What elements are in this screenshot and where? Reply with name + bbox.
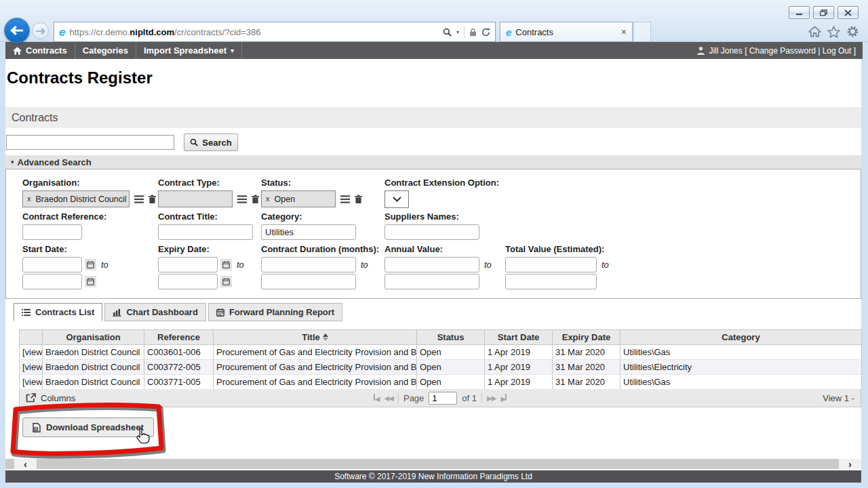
scroll-left-button[interactable]: ‹ [14, 459, 37, 469]
view-link[interactable]: [view] [20, 360, 43, 375]
table-row[interactable]: [view] Braedon District Council C003772-… [20, 360, 862, 375]
cell-organisation: Braedon District Council [43, 345, 144, 360]
calendar-icon [222, 278, 230, 285]
expiry-date-to-input[interactable] [158, 274, 218, 289]
scroll-right-button[interactable]: › [839, 459, 861, 469]
contract-extension-select[interactable] [384, 190, 409, 208]
advanced-search-label: Advanced Search [18, 157, 92, 167]
list-picker-icon[interactable] [134, 195, 144, 203]
sort-ascending-icon[interactable] [323, 333, 328, 341]
settings-gear-icon[interactable] [846, 25, 859, 38]
suppliers-input[interactable] [384, 224, 479, 240]
maximize-button[interactable] [813, 6, 834, 19]
duration-label: Contract Duration (months): [261, 244, 379, 254]
search-button-icon [190, 138, 198, 146]
user-info[interactable]: Jill Jones [ Change Password | Log Out ] [696, 46, 863, 56]
address-bar[interactable]: e https://cr.demo.nipltd.com/cr/contract… [54, 22, 496, 42]
nav-item-import-spreadsheet[interactable]: Import Spreadsheet ▾ [136, 42, 242, 59]
tab-chart-dashboard[interactable]: Chart Dashboard [104, 303, 205, 321]
search-dropdown-icon[interactable]: ▾ [456, 29, 459, 35]
quick-search-input[interactable] [6, 135, 174, 150]
contract-reference-input[interactable] [22, 224, 82, 240]
calendar-button[interactable] [220, 259, 232, 270]
pager-prev-button[interactable]: ◀◀ [384, 394, 393, 402]
tab-close-icon[interactable]: × [621, 27, 627, 37]
pager-first-button[interactable]: ◀ [374, 393, 380, 403]
search-button[interactable]: Search [184, 134, 238, 151]
calendar-button[interactable] [85, 276, 96, 287]
column-header-reference[interactable]: Reference [144, 330, 214, 345]
table-row[interactable]: [view] Braedon District Council C003601-… [20, 345, 862, 360]
filter-extension-option: Contract Extension Option: [384, 178, 499, 208]
list-picker-icon[interactable] [340, 195, 350, 203]
calendar-icon [87, 261, 94, 268]
pager-last-button[interactable]: ▶ [500, 393, 507, 403]
status-field[interactable]: x Open [261, 190, 336, 207]
column-header-status[interactable]: Status [417, 330, 485, 345]
search-icon[interactable] [443, 28, 452, 37]
cell-reference: C003601-006 [144, 345, 214, 360]
column-header-title[interactable]: Title [214, 330, 417, 345]
tab-chart-dashboard-label: Chart Dashboard [126, 307, 197, 317]
trash-icon[interactable] [355, 195, 362, 204]
trash-icon[interactable] [149, 195, 156, 204]
restore-icon [820, 9, 827, 16]
forward-arrow-icon [36, 28, 45, 35]
expiry-date-from-input[interactable] [158, 257, 218, 272]
contract-title-input[interactable] [158, 224, 253, 240]
page-of-label: of 1 [462, 393, 477, 403]
column-header-organisation[interactable]: Organisation [43, 330, 144, 345]
browser-tab[interactable]: e Contracts × [500, 22, 633, 42]
back-button[interactable] [4, 18, 30, 43]
nav-item-categories[interactable]: Categories [75, 42, 136, 59]
trash-icon[interactable] [252, 195, 259, 204]
calendar-button[interactable] [220, 276, 232, 287]
columns-button[interactable]: Columns [26, 393, 75, 403]
annual-value-to-input[interactable] [384, 274, 479, 289]
advanced-search-toggle[interactable]: ▾ Advanced Search [5, 155, 861, 169]
start-date-to-input[interactable] [22, 274, 82, 289]
start-date-from-input[interactable] [22, 257, 82, 272]
columns-button-label: Columns [41, 393, 75, 403]
horizontal-scrollbar[interactable]: ‹ › [5, 459, 861, 469]
chip-remove-icon[interactable]: x [27, 195, 31, 203]
close-button[interactable] [837, 6, 859, 19]
tab-forward-planning[interactable]: Forward Planning Report [208, 303, 342, 321]
organisation-field[interactable]: x Braedon District Council [22, 190, 130, 207]
nav-item-contracts[interactable]: Contracts [5, 42, 75, 59]
table-row[interactable]: [view] Braedon District Council C003771-… [20, 375, 862, 390]
total-value-to-input[interactable] [505, 274, 597, 289]
filter-category: Category: [261, 211, 356, 240]
annual-value-from-input[interactable] [384, 257, 479, 272]
view-link[interactable]: [view] [20, 345, 43, 360]
refresh-icon[interactable] [481, 28, 490, 37]
category-input[interactable] [261, 224, 356, 240]
page-title: Contracts Register [7, 68, 153, 87]
new-tab-button[interactable] [633, 22, 651, 42]
pager-next-button[interactable]: ▶▶ [487, 394, 496, 402]
total-value-from-input[interactable] [505, 257, 597, 272]
tab-contracts-list[interactable]: Contracts List [14, 303, 102, 321]
url-domain: nipltd.com [130, 27, 174, 37]
to-label: to [484, 260, 492, 270]
page-input[interactable] [429, 392, 457, 405]
advanced-search-panel: Organisation: x Braedon District Council… [5, 169, 861, 299]
view-link[interactable]: [view] [20, 375, 43, 390]
duration-from-input[interactable] [261, 257, 356, 272]
duration-to-input[interactable] [261, 274, 356, 289]
column-header-start-date[interactable]: Start Date [485, 330, 553, 345]
column-header-expiry-date[interactable]: Expiry Date [553, 330, 620, 345]
cell-category: Utilities\Gas [620, 345, 862, 360]
favorites-star-icon[interactable] [827, 26, 840, 38]
advanced-search-caret-icon: ▾ [11, 159, 14, 165]
calendar-button[interactable] [85, 259, 96, 270]
cell-expiry-date: 31 Mar 2020 [553, 375, 620, 390]
minimize-button[interactable] [789, 6, 810, 19]
list-picker-icon[interactable] [237, 195, 247, 203]
chip-remove-icon[interactable]: x [266, 195, 270, 203]
home-icon[interactable] [808, 26, 821, 37]
forward-button[interactable] [32, 22, 49, 39]
column-header-category[interactable]: Category [620, 330, 862, 345]
contract-type-field[interactable] [158, 190, 233, 207]
contract-title-label: Contract Title: [158, 211, 253, 222]
